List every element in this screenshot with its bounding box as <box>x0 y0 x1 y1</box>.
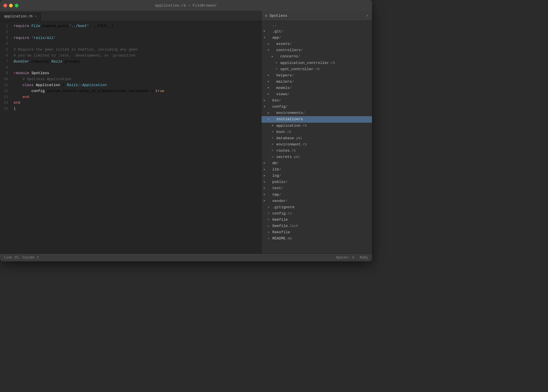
tree-item-controllers[interactable]: ▼ controllers/ <box>262 47 372 53</box>
sidebar: ≡ Spotless × .. ▶ .git/ ▼ app/ <box>261 11 372 253</box>
code-line-12: config.active_record.raise_in_transactio… <box>14 88 259 94</box>
code-line-9: ▼module Spotless <box>14 70 259 76</box>
tree-label: environments/ <box>276 110 305 116</box>
code-line-6: # you've limited to :test, :development,… <box>14 53 259 59</box>
code-line-3: require 'rails/all' <box>14 35 259 41</box>
tree-arrow: ▼ <box>268 48 272 53</box>
tree-item-public[interactable]: ▶ public/ <box>262 179 372 185</box>
tree-item-readme[interactable]: ≡ README.md <box>262 235 372 242</box>
file-icon: ≡ <box>268 217 272 222</box>
file-icon: ≡ <box>272 136 276 141</box>
tree-label: config/ <box>272 104 288 110</box>
tree-label: application.rb <box>276 123 307 129</box>
code-line-7: Bundler.require(*Rails.groups) <box>14 59 259 65</box>
tree-label: log/ <box>272 173 281 179</box>
cursor-position: Line 15, Column 1 <box>4 256 39 260</box>
file-icon: ≡ <box>276 61 280 65</box>
editor-tab[interactable]: application.rb × <box>0 12 41 21</box>
tree-label: views/ <box>276 91 290 97</box>
sidebar-close-button[interactable]: × <box>366 14 369 18</box>
tree-label: spot_controller.rb <box>280 66 320 72</box>
tree-item-assets[interactable]: ▶ assets/ <box>262 41 372 47</box>
tree-item-views[interactable]: ▶ views/ <box>262 91 372 97</box>
tree-item-gitignore[interactable]: ≡ .gitignore <box>262 204 372 210</box>
close-button[interactable] <box>3 4 7 7</box>
tree-label: Rakefile <box>272 229 290 235</box>
tree-item-db[interactable]: ▶ db/ <box>262 160 372 166</box>
tree-arrow: ▶ <box>264 193 268 197</box>
code-lines[interactable]: require File.expand_path('../boot', __FI… <box>11 23 261 251</box>
file-icon: ≡ <box>268 230 272 235</box>
file-icon: ≡ <box>272 155 276 160</box>
tree-label: bin/ <box>272 97 281 104</box>
tree-item-mailers[interactable]: ▶ mailers/ <box>262 79 372 85</box>
main-layout: application.rb × 1 2 3 4 5 6 7 8 9 10 11… <box>0 11 372 253</box>
tree-arrow: ▼ <box>264 105 268 109</box>
tree-arrow: ▶ <box>268 111 272 115</box>
tree-arrow: ▶ <box>264 168 268 172</box>
hamburger-icon: ≡ <box>265 14 267 18</box>
tree-item-rakefile[interactable]: ≡ Rakefile <box>262 229 372 235</box>
tree-item-log[interactable]: ▶ log/ <box>262 173 372 179</box>
tree-item-git[interactable]: ▶ .git/ <box>262 28 372 35</box>
tree-label: assets/ <box>276 41 292 47</box>
tree-item-config[interactable]: ▼ config/ <box>262 104 372 110</box>
tree-item-spot-controller[interactable]: ≡ spot_controller.rb <box>262 66 372 72</box>
title-bar: application.rb — FileBrowser <box>0 0 372 11</box>
tree-item-helpers[interactable]: ▶ helpers/ <box>262 72 372 79</box>
tree-item-parent[interactable]: .. <box>262 22 372 28</box>
tree-item-routes-rb[interactable]: ≡ routes.rb <box>262 148 372 154</box>
tree-item-vendor[interactable]: ▶ vendor/ <box>262 198 372 204</box>
code-editor[interactable]: 1 2 3 4 5 6 7 8 9 10 11 12 13 14 15 requ… <box>0 21 261 253</box>
tree-item-tmp[interactable]: ▶ tmp/ <box>262 192 372 198</box>
tree-label: initializers <box>276 116 303 122</box>
tree-arrow: ▶ <box>268 92 272 96</box>
tree-item-models[interactable]: ▶ models/ <box>262 85 372 91</box>
tree-item-application-rb[interactable]: ≡ application.rb <box>262 123 372 129</box>
tree-item-application-controller[interactable]: ≡ application_controller.rb <box>262 60 372 66</box>
tree-item-initializers[interactable]: ▶ initializers <box>262 116 372 122</box>
tree-item-bin[interactable]: ▶ bin/ <box>262 97 372 104</box>
tree-item-app[interactable]: ▼ app/ <box>262 35 372 41</box>
sidebar-header: ≡ Spotless × <box>262 11 372 21</box>
tree-item-boot-rb[interactable]: ≡ boot.rb <box>262 129 372 135</box>
tree-label: helpers/ <box>276 72 294 79</box>
tree-label: .gitignore <box>272 204 294 210</box>
tree-arrow: ▶ <box>264 161 268 165</box>
tab-close-button[interactable]: × <box>35 15 37 18</box>
tree-item-secrets-yml[interactable]: ≡ secrets.yml <box>262 154 372 160</box>
tree-label: .git/ <box>272 28 283 35</box>
code-line-5: # Require the gems listed in Gemfile, in… <box>14 47 259 53</box>
tree-item-lib[interactable]: ▶ lib/ <box>262 166 372 173</box>
tree-arrow: ▶ <box>264 180 268 184</box>
file-icon: ≡ <box>272 130 276 134</box>
file-tree[interactable]: .. ▶ .git/ ▼ app/ ▶ assets/ ▼ <box>262 21 372 253</box>
code-line-14: end <box>14 100 259 106</box>
tree-item-environments[interactable]: ▶ environments/ <box>262 110 372 116</box>
tree-label: tmp/ <box>272 192 281 198</box>
tree-item-test[interactable]: ▶ test/ <box>262 185 372 191</box>
tree-item-environment-rb[interactable]: ≡ environment.rb <box>262 141 372 148</box>
code-line-2 <box>14 29 259 35</box>
code-line-1: require File.expand_path('../boot', __FI… <box>14 23 259 29</box>
tree-item-database-yml[interactable]: ≡ database.yml <box>262 135 372 141</box>
sidebar-title: Spotless <box>269 14 364 18</box>
spaces-indicator: Spaces: 4 <box>336 256 354 260</box>
tree-label: lib/ <box>272 166 281 173</box>
tree-item-gemfile[interactable]: ≡ Gemfile <box>262 217 372 223</box>
status-bar: Line 15, Column 1 Spaces: 4 Ruby <box>0 253 372 261</box>
code-line-10: # Spotless Application <box>14 76 259 82</box>
maximize-button[interactable] <box>15 4 18 7</box>
tree-label: controllers/ <box>276 47 303 53</box>
tree-arrow: ▶ <box>264 99 268 103</box>
tree-item-gemfile-lock[interactable]: ≡ Gemfile.lock <box>262 223 372 229</box>
tree-item-config-ru[interactable]: ≡ config.ru <box>262 210 372 217</box>
tree-arrow: ▶ <box>268 80 272 84</box>
minimize-button[interactable] <box>9 4 13 7</box>
tree-arrow: ▶ <box>268 73 272 78</box>
tree-item-concerns[interactable]: ▶ concerns/ <box>262 53 372 60</box>
code-line-15 <box>14 106 259 112</box>
tree-label: concerns/ <box>280 53 300 60</box>
tree-label: routes.rb <box>276 148 296 154</box>
file-icon: ≡ <box>268 211 272 216</box>
